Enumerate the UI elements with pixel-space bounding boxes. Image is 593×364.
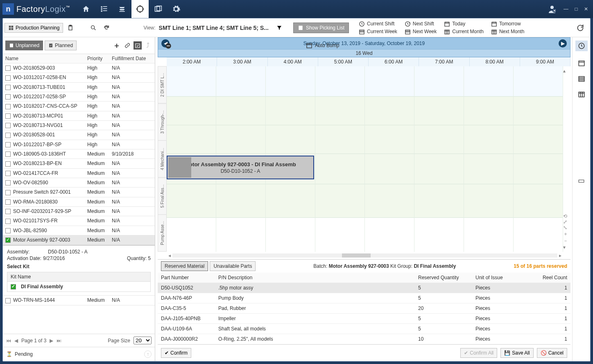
col-priority[interactable]: Priority [85, 54, 109, 63]
table-row[interactable]: WO-RMA-20180830MediumN/A [3, 197, 155, 207]
next-week-button[interactable]: Next Week [405, 29, 437, 35]
gantt-header: ◀ Sunday, October 13, 2019 - Saturday, O… [158, 37, 570, 57]
window-icon[interactable] [149, 0, 167, 18]
maximize-button[interactable]: □ [575, 6, 577, 12]
material-row[interactable]: D50-USQ1052.5hp motor assy5Pieces1 [158, 283, 570, 293]
table-row[interactable]: WO-180905-03-1836HTMedium9/10/2018 [3, 149, 155, 159]
next-month-button[interactable]: Next Month [491, 29, 524, 35]
task-drag-handle[interactable] [168, 157, 191, 178]
next-shift-button[interactable]: Next Shift [405, 21, 437, 27]
current-week-button[interactable]: Current Week [359, 29, 397, 35]
table-row[interactable]: WO-20180529-003HighN/A [3, 63, 155, 73]
auto-bump-button[interactable]: Auto Bump [306, 42, 339, 49]
col-name[interactable]: Name [3, 54, 85, 63]
add-icon[interactable]: ＋ [112, 40, 121, 51]
pager-prev-icon[interactable]: ◀ [14, 338, 18, 344]
table-row[interactable]: WO-10182017-CNS-CCA-SPHighN/A [3, 102, 155, 111]
minimize-button[interactable]: — [564, 6, 568, 12]
tab-planned[interactable]: Planned [45, 41, 77, 50]
svg-rect-26 [492, 30, 496, 34]
gantt-scroll-down-icon[interactable]: ▾ [563, 244, 570, 250]
target-icon[interactable] [131, 0, 149, 18]
table-row[interactable]: WO-20180713-TUBE01HighN/A [3, 83, 155, 92]
table-row[interactable]: WO-021417CCA-FRMediumN/A [3, 169, 155, 178]
gantt-hscroll[interactable]: ◂▸ [167, 252, 563, 259]
table-row[interactable]: WO-20180213-BP-ENMediumN/A [3, 159, 155, 168]
material-row[interactable]: DAA-U109-6AShaft Seal, all models5Pieces… [158, 324, 570, 334]
gantt-lane-label: 2 DI SMT L... [158, 66, 167, 104]
svg-rect-1 [103, 6, 107, 7]
gantt-grid[interactable]: Motor Assembly 927-0003 - DI Final Assem… [167, 66, 563, 252]
right-icon-strip: ▭ [572, 37, 590, 361]
table-row[interactable]: WO-OV-082590MediumN/A [3, 178, 155, 188]
refresh-small-icon[interactable] [101, 22, 112, 34]
bottom-panel: Reserved Material Unavailable Parts Batc… [158, 259, 570, 344]
clock-icon[interactable] [575, 41, 588, 51]
calendar-day-icon[interactable] [578, 59, 585, 67]
svg-rect-2 [101, 8, 102, 9]
pager-next-icon[interactable]: ▶ [50, 338, 53, 344]
stack-icon[interactable] [113, 0, 131, 18]
table-row[interactable]: WO-20180713-MCP01HighN/A [3, 111, 155, 121]
tab-unavailable-parts[interactable]: Unavailable Parts [210, 261, 256, 271]
svg-rect-4 [101, 10, 102, 11]
pager-last-icon[interactable]: ⏭ [57, 338, 61, 344]
link-icon[interactable] [123, 40, 132, 51]
tab-unplanned[interactable]: Unplanned [5, 41, 43, 50]
expand-up-icon[interactable]: ↑ [144, 350, 152, 358]
svg-rect-18 [299, 25, 302, 30]
current-shift-button[interactable]: Current Shift [359, 21, 397, 27]
current-month-button[interactable]: Current Month [444, 29, 484, 35]
gear-icon[interactable] [167, 0, 185, 18]
search-icon[interactable] [88, 22, 99, 34]
upload-icon[interactable]: ⤴ [143, 40, 152, 51]
table-row[interactable]: WO-20180528-001HighN/A [3, 130, 155, 140]
refresh-icon[interactable] [575, 22, 586, 34]
svg-rect-28 [167, 45, 170, 46]
today-button[interactable]: Today [444, 21, 484, 27]
tomorrow-button[interactable]: Tomorrow [491, 21, 524, 27]
page-size-select[interactable]: 20 [134, 337, 152, 344]
table-row[interactable]: Pressure Switch 927-0001MediumN/A [3, 188, 155, 197]
table-row[interactable]: WO-JBL-82590MediumN/A [3, 226, 155, 235]
table-row[interactable]: Motor Assembly 927-0003MediumN/A [3, 235, 155, 245]
table-row[interactable]: WO-10122017-0258-SPHighN/A [3, 92, 155, 102]
collapse-icon[interactable] [165, 42, 172, 50]
work-order-grid[interactable]: Name Priority Fulfillment Date WO-201805… [3, 54, 155, 334]
table-row[interactable]: WO-10312017-0258-ENHighN/A [3, 73, 155, 82]
material-row[interactable]: DAA-C35-5Pad, Rubber20Pieces1 [158, 303, 570, 314]
close-button[interactable]: ✕ [584, 6, 588, 12]
home-icon[interactable] [77, 0, 95, 18]
production-planning-button[interactable]: Production Planning [5, 23, 63, 33]
save-all-button[interactable]: 💾 Save All [500, 348, 533, 358]
cancel-button[interactable]: 🚫 Cancel [537, 348, 567, 358]
gantt-scroll-up-icon[interactable]: ▴ [563, 68, 570, 74]
card-icon[interactable]: ▭ [578, 176, 585, 185]
pager-first-icon[interactable]: ⏮ [6, 338, 11, 344]
material-row[interactable]: DAA-J000000R2O-Ring, 2.25", All models10… [158, 334, 570, 344]
material-row[interactable]: DAA-N76-46PPump Body5Pieces1 [158, 293, 570, 303]
list-icon[interactable] [95, 0, 113, 18]
gantt-task[interactable]: Motor Assembly 927-0003 - DI Final Assem… [167, 156, 314, 179]
table-row[interactable]: WO-TRN-MS-1644 Medium N/A [3, 295, 155, 305]
show-picking-list-button[interactable]: Show Picking List [293, 23, 349, 33]
calendar-month-icon[interactable] [578, 90, 585, 98]
tab-reserved-material[interactable]: Reserved Material [161, 261, 208, 271]
table-row[interactable]: WO-10122017-BP-SPHighN/A [3, 140, 155, 149]
clipboard-icon[interactable] [65, 22, 76, 34]
filter-icon[interactable] [274, 22, 285, 34]
view-value[interactable]: SMT Line 1; SMT Line 4; SMT Line 5; S... [159, 25, 269, 31]
calendar-week-icon[interactable] [578, 75, 585, 82]
material-row[interactable]: DAA-J105-40PNBImpeller5Pieces1 [158, 314, 570, 324]
confirm-all-button[interactable]: ✔ Confirm All [460, 348, 497, 358]
kit-row[interactable]: DI Final Assembly [7, 282, 151, 292]
col-fulfillment[interactable]: Fulfillment Date [109, 54, 155, 63]
gantt-next-icon[interactable]: ▶ [559, 39, 567, 47]
table-row[interactable]: WO-20180713-NVG01HighN/A [3, 121, 155, 130]
user-icon[interactable] [547, 4, 557, 14]
calendar-check-icon[interactable] [134, 41, 142, 50]
table-row[interactable]: SO-INF-02032017-929-SPMediumN/A [3, 207, 155, 216]
table-row[interactable]: WO-021017SYS-FRMediumN/A [3, 216, 155, 226]
svg-rect-32 [136, 44, 140, 47]
confirm-button[interactable]: ✔ Confirm [161, 348, 191, 358]
